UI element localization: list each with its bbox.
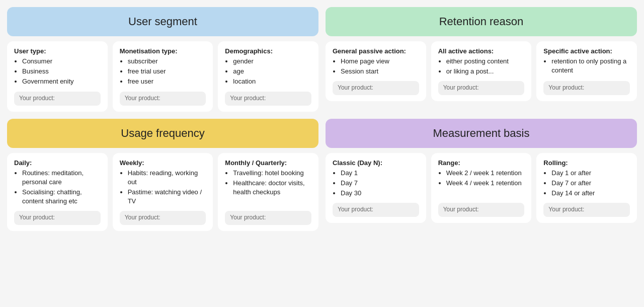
card-product-measurement-basis-2[interactable]: Your product: [543, 203, 630, 217]
card-retention-reason-1: All active actions:either posting conten… [431, 41, 532, 101]
card-title-usage-frequency-1: Weekly: [120, 159, 206, 167]
card-item-usage-frequency-0-0: Routines: meditation, personal care [22, 169, 101, 187]
card-measurement-basis-1: Range:Week 2 / week 1 retentionWeek 4 / … [431, 153, 532, 223]
card-item-retention-reason-0-0: Home page view [341, 57, 419, 66]
card-measurement-basis-0: Classic (Day N):Day 1Day 7Day 30Your pro… [326, 153, 426, 223]
card-item-user-segment-1-0: subscriber [128, 57, 206, 66]
card-content-retention-reason-1: All active actions:either posting conten… [438, 47, 525, 77]
card-product-user-segment-0[interactable]: Your product: [14, 92, 101, 106]
card-content-measurement-basis-0: Classic (Day N):Day 1Day 7Day 30 [333, 159, 419, 199]
card-content-usage-frequency-0: Daily:Routines: meditation, personal car… [14, 159, 101, 207]
card-item-user-segment-2-1: age [233, 67, 311, 76]
card-item-measurement-basis-2-2: Day 14 or after [551, 189, 630, 198]
card-content-user-segment-1: Monetisation type:subscriberfree trial u… [120, 47, 206, 88]
card-item-usage-frequency-2-1: Healthcare: doctor visits, health checku… [233, 179, 311, 197]
card-list-usage-frequency-1: Habits: reading, working outPastime: wat… [120, 169, 206, 206]
card-content-measurement-basis-1: Range:Week 2 / week 1 retentionWeek 4 / … [438, 159, 525, 199]
card-title-measurement-basis-2: Rolling: [543, 159, 630, 167]
card-usage-frequency-0: Daily:Routines: meditation, personal car… [7, 153, 108, 232]
card-product-measurement-basis-1[interactable]: Your product: [438, 203, 525, 217]
card-list-measurement-basis-1: Week 2 / week 1 retentionWeek 4 / week 1… [438, 169, 525, 188]
card-product-user-segment-1[interactable]: Your product: [120, 92, 206, 106]
card-item-retention-reason-0-1: Session start [341, 67, 419, 76]
card-list-measurement-basis-0: Day 1Day 7Day 30 [333, 169, 419, 198]
card-content-retention-reason-0: General passive action:Home page viewSes… [333, 47, 419, 77]
card-title-user-segment-2: Demographics: [225, 47, 311, 55]
card-list-user-segment-1: subscriberfree trial userfree user [120, 57, 206, 87]
card-content-usage-frequency-2: Monthly / Quarterly:Travelling: hotel bo… [225, 159, 311, 207]
section-header-usage-frequency: Usage frequency [7, 119, 318, 148]
card-item-measurement-basis-2-0: Day 1 or after [551, 169, 630, 178]
cards-row-retention-reason: General passive action:Home page viewSes… [326, 41, 637, 101]
cards-row-user-segment: User type:ConsumerBusinessGovernment eni… [7, 41, 318, 112]
card-item-user-segment-0-0: Consumer [22, 57, 101, 66]
card-item-user-segment-1-1: free trial user [128, 67, 206, 76]
section-measurement-basis: Measurement basisClassic (Day N):Day 1Da… [326, 119, 637, 232]
card-title-user-segment-1: Monetisation type: [120, 47, 206, 55]
card-title-retention-reason-2: Specific active action: [543, 47, 630, 55]
main-grid: User segmentUser type:ConsumerBusinessGo… [7, 7, 637, 231]
card-user-segment-0: User type:ConsumerBusinessGovernment eni… [7, 41, 108, 112]
card-measurement-basis-2: Rolling:Day 1 or afterDay 7 or afterDay … [536, 153, 637, 223]
card-list-measurement-basis-2: Day 1 or afterDay 7 or afterDay 14 or af… [543, 169, 630, 198]
card-item-measurement-basis-1-1: Week 4 / week 1 retention [446, 179, 525, 188]
card-product-user-segment-2[interactable]: Your product: [225, 92, 311, 106]
section-usage-frequency: Usage frequencyDaily:Routines: meditatio… [7, 119, 318, 232]
card-item-retention-reason-2-0: retention to only posting a content [551, 57, 630, 75]
card-item-usage-frequency-1-0: Habits: reading, working out [128, 169, 206, 187]
card-product-retention-reason-1[interactable]: Your product: [438, 81, 525, 95]
card-list-user-segment-2: genderagelocation [225, 57, 311, 87]
card-list-user-segment-0: ConsumerBusinessGovernment enity [14, 57, 101, 87]
card-list-usage-frequency-0: Routines: meditation, personal careSocia… [14, 169, 101, 206]
card-title-user-segment-0: User type: [14, 47, 101, 55]
card-list-retention-reason-0: Home page viewSession start [333, 57, 419, 76]
card-item-retention-reason-1-0: either posting content [446, 57, 525, 66]
card-content-usage-frequency-1: Weekly:Habits: reading, working outPasti… [120, 159, 206, 207]
section-header-measurement-basis: Measurement basis [326, 119, 637, 148]
card-user-segment-2: Demographics:genderagelocationYour produ… [218, 41, 318, 112]
card-product-usage-frequency-1[interactable]: Your product: [120, 211, 206, 225]
card-list-retention-reason-2: retention to only posting a content [543, 57, 630, 75]
card-list-retention-reason-1: either posting contentor liking a post..… [438, 57, 525, 76]
card-product-retention-reason-2[interactable]: Your product: [543, 81, 630, 95]
card-item-usage-frequency-2-0: Travelling: hotel booking [233, 169, 311, 178]
card-item-user-segment-0-2: Government enity [22, 77, 101, 86]
cards-row-usage-frequency: Daily:Routines: meditation, personal car… [7, 153, 318, 232]
card-product-measurement-basis-0[interactable]: Your product: [333, 203, 419, 217]
card-content-measurement-basis-2: Rolling:Day 1 or afterDay 7 or afterDay … [543, 159, 630, 199]
card-title-usage-frequency-2: Monthly / Quarterly: [225, 159, 311, 167]
card-item-user-segment-1-2: free user [128, 77, 206, 86]
card-product-usage-frequency-0[interactable]: Your product: [14, 211, 101, 225]
cards-row-measurement-basis: Classic (Day N):Day 1Day 7Day 30Your pro… [326, 153, 637, 223]
section-retention-reason: Retention reasonGeneral passive action:H… [326, 7, 637, 112]
card-product-retention-reason-0[interactable]: Your product: [333, 81, 419, 95]
card-item-measurement-basis-0-1: Day 7 [341, 179, 419, 188]
card-item-measurement-basis-0-2: Day 30 [341, 189, 419, 198]
section-user-segment: User segmentUser type:ConsumerBusinessGo… [7, 7, 318, 112]
card-item-user-segment-0-1: Business [22, 67, 101, 76]
card-item-measurement-basis-1-0: Week 2 / week 1 retention [446, 169, 525, 178]
card-user-segment-1: Monetisation type:subscriberfree trial u… [113, 41, 213, 112]
card-title-usage-frequency-0: Daily: [14, 159, 101, 167]
card-item-measurement-basis-2-1: Day 7 or after [551, 179, 630, 188]
card-item-usage-frequency-1-1: Pastime: watching video / TV [128, 188, 206, 206]
card-item-measurement-basis-0-0: Day 1 [341, 169, 419, 178]
card-title-measurement-basis-0: Classic (Day N): [333, 159, 419, 167]
card-item-usage-frequency-0-1: Socialising: chatting, content sharing e… [22, 188, 101, 206]
card-list-usage-frequency-2: Travelling: hotel bookingHealthcare: doc… [225, 169, 311, 197]
card-title-retention-reason-1: All active actions: [438, 47, 525, 55]
card-content-user-segment-2: Demographics:genderagelocation [225, 47, 311, 88]
section-header-retention-reason: Retention reason [326, 7, 637, 36]
card-item-user-segment-2-0: gender [233, 57, 311, 66]
card-title-retention-reason-0: General passive action: [333, 47, 419, 55]
card-title-measurement-basis-1: Range: [438, 159, 525, 167]
card-retention-reason-0: General passive action:Home page viewSes… [326, 41, 426, 101]
card-usage-frequency-2: Monthly / Quarterly:Travelling: hotel bo… [218, 153, 318, 232]
card-item-user-segment-2-2: location [233, 77, 311, 86]
card-content-retention-reason-2: Specific active action:retention to only… [543, 47, 630, 77]
section-header-user-segment: User segment [7, 7, 318, 36]
card-item-retention-reason-1-1: or liking a post... [446, 67, 525, 76]
card-product-usage-frequency-2[interactable]: Your product: [225, 211, 311, 225]
card-usage-frequency-1: Weekly:Habits: reading, working outPasti… [113, 153, 213, 232]
card-retention-reason-2: Specific active action:retention to only… [536, 41, 637, 101]
